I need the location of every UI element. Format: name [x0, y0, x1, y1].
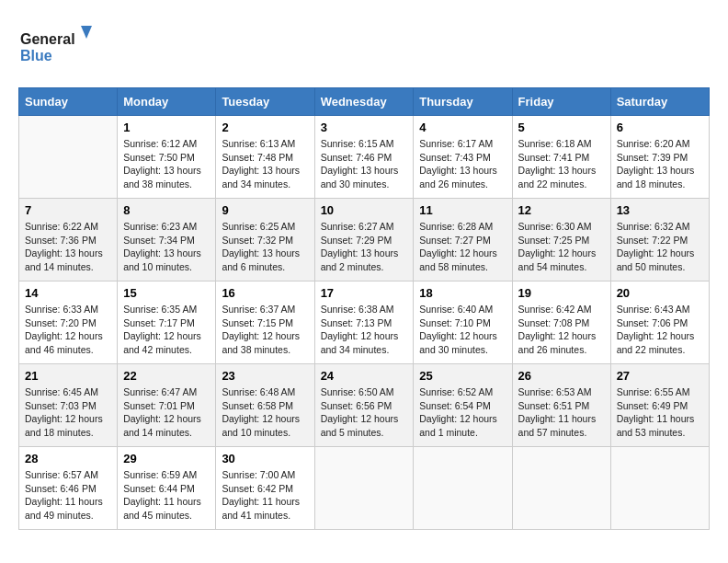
day-info: Sunrise: 6:27 AMSunset: 7:29 PMDaylight:…	[321, 220, 408, 274]
day-info: Sunrise: 6:17 AMSunset: 7:43 PMDaylight:…	[419, 137, 506, 191]
calendar-day-cell: 21Sunrise: 6:45 AMSunset: 7:03 PMDayligh…	[19, 364, 118, 447]
day-number: 17	[321, 286, 408, 300]
calendar-week-row: 14Sunrise: 6:33 AMSunset: 7:20 PMDayligh…	[19, 282, 710, 364]
day-number: 27	[617, 369, 703, 383]
day-number: 30	[222, 452, 308, 465]
day-number: 23	[222, 369, 308, 383]
day-info: Sunrise: 6:23 AMSunset: 7:34 PMDaylight:…	[123, 220, 210, 274]
calendar-day-cell: 1Sunrise: 6:12 AMSunset: 7:50 PMDaylight…	[118, 116, 216, 199]
calendar-day-cell: 25Sunrise: 6:52 AMSunset: 6:54 PMDayligh…	[414, 364, 512, 447]
day-number: 10	[321, 203, 408, 217]
calendar-week-row: 21Sunrise: 6:45 AMSunset: 7:03 PMDayligh…	[19, 364, 710, 447]
calendar-day-cell: 15Sunrise: 6:35 AMSunset: 7:17 PMDayligh…	[118, 282, 216, 364]
day-info: Sunrise: 6:40 AMSunset: 7:10 PMDaylight:…	[419, 303, 506, 357]
calendar-day-cell: 17Sunrise: 6:38 AMSunset: 7:13 PMDayligh…	[314, 282, 414, 364]
calendar-day-cell: 7Sunrise: 6:22 AMSunset: 7:36 PMDaylight…	[19, 199, 118, 282]
day-info: Sunrise: 6:38 AMSunset: 7:13 PMDaylight:…	[321, 303, 408, 357]
calendar-day-cell: 23Sunrise: 6:48 AMSunset: 6:58 PMDayligh…	[216, 364, 314, 447]
calendar-day-cell: 2Sunrise: 6:13 AMSunset: 7:48 PMDaylight…	[216, 116, 314, 199]
calendar-day-cell: 24Sunrise: 6:50 AMSunset: 6:56 PMDayligh…	[314, 364, 414, 447]
calendar-day-cell: 14Sunrise: 6:33 AMSunset: 7:20 PMDayligh…	[19, 282, 118, 364]
day-info: Sunrise: 6:35 AMSunset: 7:17 PMDaylight:…	[123, 303, 210, 357]
day-number: 22	[123, 369, 210, 383]
calendar-day-cell	[19, 116, 118, 199]
calendar-day-cell: 29Sunrise: 6:59 AMSunset: 6:44 PMDayligh…	[118, 447, 216, 530]
calendar-day-cell: 18Sunrise: 6:40 AMSunset: 7:10 PMDayligh…	[414, 282, 512, 364]
day-number: 8	[123, 203, 210, 217]
calendar-week-row: 28Sunrise: 6:57 AMSunset: 6:46 PMDayligh…	[19, 447, 710, 530]
day-number: 15	[123, 286, 210, 300]
day-number: 6	[617, 121, 703, 134]
day-number: 7	[25, 203, 111, 217]
weekday-header-sunday: Sunday	[19, 88, 118, 116]
calendar-day-cell: 10Sunrise: 6:27 AMSunset: 7:29 PMDayligh…	[314, 199, 414, 282]
day-info: Sunrise: 6:33 AMSunset: 7:20 PMDaylight:…	[25, 303, 111, 357]
calendar-day-cell	[512, 447, 610, 530]
day-info: Sunrise: 6:15 AMSunset: 7:46 PMDaylight:…	[321, 137, 408, 191]
calendar-day-cell: 9Sunrise: 6:25 AMSunset: 7:32 PMDaylight…	[216, 199, 314, 282]
calendar-week-row: 1Sunrise: 6:12 AMSunset: 7:50 PMDaylight…	[19, 116, 710, 199]
day-info: Sunrise: 6:59 AMSunset: 6:44 PMDaylight:…	[123, 468, 210, 523]
calendar-day-cell: 5Sunrise: 6:18 AMSunset: 7:41 PMDaylight…	[512, 116, 610, 199]
day-info: Sunrise: 6:45 AMSunset: 7:03 PMDaylight:…	[25, 385, 111, 440]
day-info: Sunrise: 6:30 AMSunset: 7:25 PMDaylight:…	[518, 220, 605, 274]
day-info: Sunrise: 6:50 AMSunset: 6:56 PMDaylight:…	[321, 385, 408, 440]
page-header: General Blue	[18, 18, 710, 73]
svg-marker-1	[81, 26, 92, 39]
calendar-day-cell	[414, 447, 512, 530]
day-number: 29	[123, 452, 210, 465]
logo-svg: General Blue	[18, 18, 101, 69]
svg-text:General: General	[20, 31, 75, 47]
day-number: 16	[222, 286, 308, 300]
day-number: 3	[321, 121, 408, 134]
day-number: 11	[419, 203, 506, 217]
weekday-header-monday: Monday	[118, 88, 216, 116]
calendar-day-cell: 6Sunrise: 6:20 AMSunset: 7:39 PMDaylight…	[610, 116, 709, 199]
calendar-day-cell: 3Sunrise: 6:15 AMSunset: 7:46 PMDaylight…	[314, 116, 414, 199]
calendar-day-cell: 16Sunrise: 6:37 AMSunset: 7:15 PMDayligh…	[216, 282, 314, 364]
day-info: Sunrise: 6:22 AMSunset: 7:36 PMDaylight:…	[25, 220, 111, 274]
day-info: Sunrise: 6:12 AMSunset: 7:50 PMDaylight:…	[123, 137, 210, 191]
calendar-day-cell	[610, 447, 709, 530]
day-info: Sunrise: 6:13 AMSunset: 7:48 PMDaylight:…	[222, 137, 308, 191]
day-number: 25	[419, 369, 506, 383]
calendar-day-cell: 8Sunrise: 6:23 AMSunset: 7:34 PMDaylight…	[118, 199, 216, 282]
calendar-day-cell: 19Sunrise: 6:42 AMSunset: 7:08 PMDayligh…	[512, 282, 610, 364]
day-number: 19	[518, 286, 605, 300]
calendar-day-cell: 12Sunrise: 6:30 AMSunset: 7:25 PMDayligh…	[512, 199, 610, 282]
logo: General Blue	[18, 18, 101, 73]
day-info: Sunrise: 6:55 AMSunset: 6:49 PMDaylight:…	[617, 385, 703, 440]
calendar-week-row: 7Sunrise: 6:22 AMSunset: 7:36 PMDaylight…	[19, 199, 710, 282]
calendar-day-cell: 26Sunrise: 6:53 AMSunset: 6:51 PMDayligh…	[512, 364, 610, 447]
day-number: 13	[617, 203, 703, 217]
day-info: Sunrise: 6:37 AMSunset: 7:15 PMDaylight:…	[222, 303, 308, 357]
day-info: Sunrise: 6:28 AMSunset: 7:27 PMDaylight:…	[419, 220, 506, 274]
day-number: 4	[419, 121, 506, 134]
day-number: 12	[518, 203, 605, 217]
calendar-day-cell: 27Sunrise: 6:55 AMSunset: 6:49 PMDayligh…	[610, 364, 709, 447]
day-info: Sunrise: 6:53 AMSunset: 6:51 PMDaylight:…	[518, 385, 605, 440]
day-number: 5	[518, 121, 605, 134]
day-number: 20	[617, 286, 703, 300]
day-number: 1	[123, 121, 210, 134]
day-number: 28	[25, 452, 111, 465]
svg-text:Blue: Blue	[20, 48, 52, 63]
calendar-day-cell: 20Sunrise: 6:43 AMSunset: 7:06 PMDayligh…	[610, 282, 709, 364]
day-info: Sunrise: 6:32 AMSunset: 7:22 PMDaylight:…	[617, 220, 703, 274]
day-info: Sunrise: 7:00 AMSunset: 6:42 PMDaylight:…	[222, 468, 308, 523]
calendar-day-cell: 11Sunrise: 6:28 AMSunset: 7:27 PMDayligh…	[414, 199, 512, 282]
day-number: 18	[419, 286, 506, 300]
weekday-header-friday: Friday	[512, 88, 610, 116]
day-info: Sunrise: 6:43 AMSunset: 7:06 PMDaylight:…	[617, 303, 703, 357]
weekday-header-thursday: Thursday	[414, 88, 512, 116]
day-number: 21	[25, 369, 111, 383]
weekday-header-wednesday: Wednesday	[314, 88, 414, 116]
day-number: 9	[222, 203, 308, 217]
calendar-day-cell: 30Sunrise: 7:00 AMSunset: 6:42 PMDayligh…	[216, 447, 314, 530]
day-info: Sunrise: 6:52 AMSunset: 6:54 PMDaylight:…	[419, 385, 506, 440]
day-number: 14	[25, 286, 111, 300]
weekday-header-row: SundayMondayTuesdayWednesdayThursdayFrid…	[19, 88, 710, 116]
day-number: 2	[222, 121, 308, 134]
calendar-table: SundayMondayTuesdayWednesdayThursdayFrid…	[18, 87, 710, 530]
day-info: Sunrise: 6:47 AMSunset: 7:01 PMDaylight:…	[123, 385, 210, 440]
